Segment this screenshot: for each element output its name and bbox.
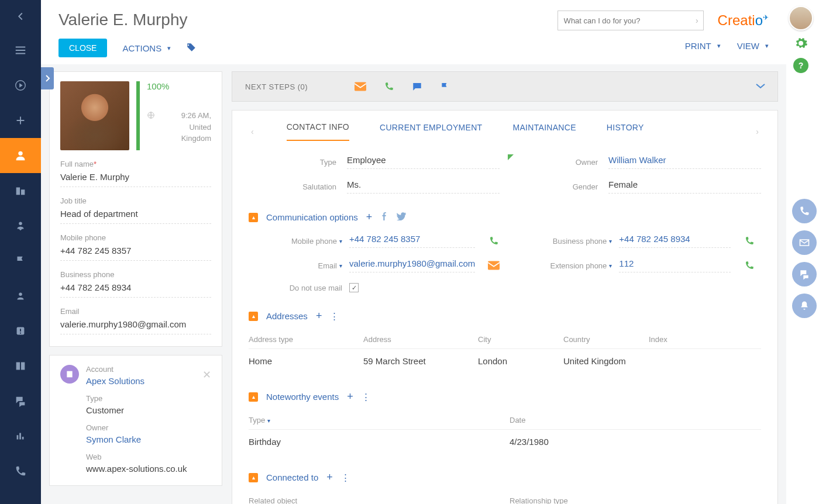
account-close-icon[interactable]: ✕ bbox=[202, 368, 211, 381]
full-name-field[interactable]: Valerie E. Murphy bbox=[60, 168, 211, 187]
nav-user2-icon[interactable] bbox=[0, 278, 41, 313]
evt-add-icon[interactable]: + bbox=[347, 391, 353, 403]
mobile-field[interactable]: +44 782 245 8357 bbox=[60, 242, 211, 261]
comm-mobile-value[interactable]: +44 782 245 8357 bbox=[349, 234, 475, 248]
profile-photo[interactable] bbox=[60, 81, 129, 150]
nav-contacts-icon[interactable] bbox=[0, 138, 41, 173]
mobile-label: Mobile phone bbox=[60, 233, 211, 242]
completeness-bar bbox=[136, 81, 140, 150]
tab-maintainance[interactable]: MAINTAINANCE bbox=[512, 123, 576, 140]
search-box[interactable]: › bbox=[558, 11, 704, 30]
nav-accounts-icon[interactable] bbox=[0, 173, 41, 208]
nav-menu-icon[interactable] bbox=[0, 33, 41, 68]
comm-email-value[interactable]: valerie.murphy1980@gmail.com bbox=[349, 258, 475, 272]
comm-collapse-icon[interactable]: ▴ bbox=[249, 213, 258, 222]
fab-phone-icon[interactable] bbox=[792, 199, 817, 223]
conn-collapse-icon[interactable]: ▴ bbox=[249, 473, 258, 482]
nav-flag-icon[interactable] bbox=[0, 243, 41, 278]
comm-email-send-icon[interactable] bbox=[482, 261, 505, 270]
nav-dashboards-icon[interactable] bbox=[0, 419, 41, 454]
full-name-label: Full name* bbox=[60, 160, 211, 168]
fab-feed-icon[interactable] bbox=[792, 262, 817, 286]
comm-email-label[interactable]: Email▾ bbox=[249, 261, 342, 270]
email-field[interactable]: valerie.murphy1980@gmail.com bbox=[60, 316, 211, 334]
svg-rect-5 bbox=[20, 329, 21, 332]
evt-collapse-icon[interactable]: ▴ bbox=[249, 392, 258, 402]
comm-business-value[interactable]: +44 782 245 8934 bbox=[619, 234, 731, 248]
salutation-value[interactable]: Ms. bbox=[347, 179, 500, 194]
comm-mobile-call-icon[interactable] bbox=[482, 236, 505, 246]
ns-call-icon[interactable] bbox=[384, 81, 394, 92]
addr-add-icon[interactable]: + bbox=[316, 310, 322, 322]
fab-bell-icon[interactable] bbox=[792, 294, 817, 318]
ns-email-icon[interactable] bbox=[355, 82, 366, 91]
user-avatar-icon[interactable] bbox=[789, 6, 813, 30]
nav-feed-icon[interactable] bbox=[0, 384, 41, 419]
nav-knowledge-icon[interactable] bbox=[0, 348, 41, 384]
nav-back-icon[interactable] bbox=[0, 0, 41, 33]
account-type-label: Type bbox=[86, 394, 211, 403]
tabs-prev-icon[interactable]: ‹ bbox=[249, 125, 256, 139]
close-button[interactable]: CLOSE bbox=[58, 39, 107, 57]
comm-ext-call-icon[interactable] bbox=[738, 260, 761, 271]
type-value[interactable]: Employee bbox=[347, 155, 500, 169]
nav-leads-icon[interactable] bbox=[0, 208, 41, 243]
fab-mail-icon[interactable] bbox=[792, 230, 817, 255]
view-menu[interactable]: VIEW bbox=[737, 41, 769, 51]
addr-table-row[interactable]: Home 59 March Street London United Kingd… bbox=[249, 349, 761, 373]
comm-section-title: Communication options bbox=[266, 212, 358, 222]
evt-menu-icon[interactable]: ⋮ bbox=[362, 392, 370, 402]
settings-gear-icon[interactable] bbox=[794, 36, 808, 52]
conn-section-title: Connected to bbox=[266, 472, 318, 482]
comm-business-call-icon[interactable] bbox=[738, 236, 761, 246]
account-owner-link[interactable]: Symon Clarke bbox=[86, 432, 211, 444]
gender-value[interactable]: Female bbox=[608, 179, 761, 194]
evt-section-title: Noteworthy events bbox=[266, 392, 339, 402]
account-owner-label: Owner bbox=[86, 423, 211, 432]
ns-chat-icon[interactable] bbox=[412, 81, 422, 92]
comm-business-label[interactable]: Business phone▾ bbox=[512, 237, 612, 246]
comm-ext-value[interactable]: 112 bbox=[619, 258, 731, 272]
actions-menu[interactable]: ACTIONS bbox=[122, 43, 171, 53]
print-menu[interactable]: PRINT bbox=[685, 41, 721, 51]
nav-alert-icon[interactable] bbox=[0, 313, 41, 348]
right-comm-panel bbox=[792, 199, 819, 318]
conn-add-icon[interactable]: + bbox=[326, 471, 333, 484]
ns-flag-icon[interactable] bbox=[440, 81, 449, 92]
svg-rect-6 bbox=[20, 333, 21, 334]
owner-link[interactable]: William Walker bbox=[608, 155, 761, 169]
panel-toggle-icon[interactable] bbox=[41, 67, 54, 89]
addr-section-title: Addresses bbox=[266, 311, 308, 321]
nav-calls-icon[interactable] bbox=[0, 454, 41, 489]
facebook-icon[interactable] bbox=[380, 212, 388, 222]
addr-collapse-icon[interactable]: ▴ bbox=[249, 312, 258, 321]
comm-add-icon[interactable]: + bbox=[366, 211, 373, 223]
evt-table-row[interactable]: Birthday 4/23/1980 bbox=[249, 430, 761, 454]
tag-icon[interactable] bbox=[186, 42, 197, 54]
nav-play-icon[interactable] bbox=[0, 68, 41, 103]
timezone-info: 9:26 AM,United Kingdom bbox=[147, 110, 211, 144]
tab-history[interactable]: HISTORY bbox=[607, 123, 644, 140]
tab-current-employment[interactable]: CURRENT EMPLOYMENT bbox=[380, 123, 483, 140]
account-name-link[interactable]: Apex Solutions bbox=[86, 374, 144, 386]
comm-ext-label[interactable]: Extension phone▾ bbox=[512, 261, 612, 270]
account-label: Account bbox=[86, 365, 144, 374]
addr-table-header: Address type Address City Country Index bbox=[249, 330, 761, 349]
gender-label: Gender bbox=[510, 182, 598, 191]
search-input[interactable] bbox=[564, 16, 686, 25]
page-title: Valerie E. Murphy bbox=[58, 11, 197, 29]
twitter-icon[interactable] bbox=[397, 212, 406, 222]
nav-add-icon[interactable] bbox=[0, 103, 41, 138]
job-title-field[interactable]: Head of department bbox=[60, 205, 211, 224]
comm-mobile-label[interactable]: Mobile phone▾ bbox=[249, 237, 342, 246]
dnm-checkbox[interactable]: ✓ bbox=[349, 283, 359, 292]
help-icon[interactable]: ? bbox=[793, 58, 808, 73]
conn-menu-icon[interactable]: ⋮ bbox=[341, 472, 350, 483]
svg-point-3 bbox=[19, 293, 22, 296]
tabs-next-icon[interactable]: › bbox=[753, 125, 761, 139]
business-field[interactable]: +44 782 245 8934 bbox=[60, 279, 211, 298]
tab-contact-info[interactable]: CONTACT INFO bbox=[287, 122, 349, 141]
search-chevron-icon[interactable]: › bbox=[696, 16, 698, 25]
ns-expand-icon[interactable] bbox=[755, 82, 766, 91]
addr-menu-icon[interactable]: ⋮ bbox=[330, 311, 339, 322]
